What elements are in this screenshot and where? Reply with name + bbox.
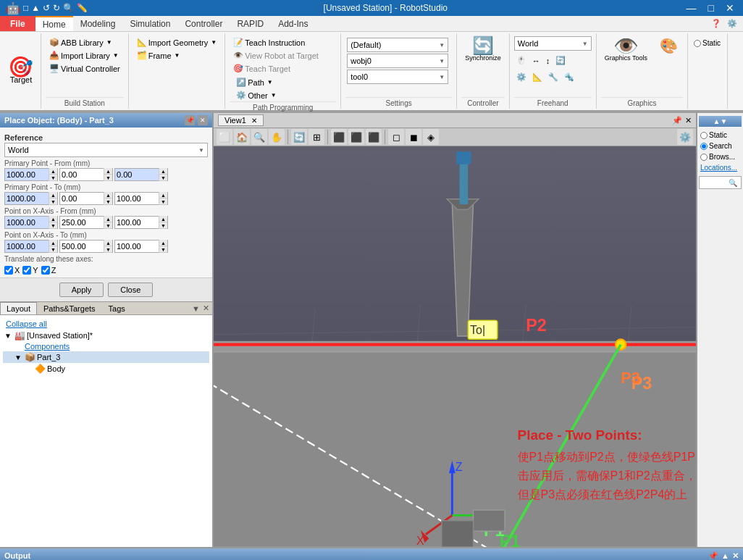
z-check-input[interactable] — [41, 266, 50, 275]
view-toolbar-shaded[interactable]: ◼ — [406, 129, 421, 145]
view-toolbar-wire[interactable]: ◻ — [388, 129, 404, 145]
freehand-btn4[interactable]: 🔄 — [553, 54, 568, 67]
primary-to-x-input[interactable]: 1000.00 ▲▼ — [4, 192, 58, 205]
path-btn[interactable]: ↗️ Path ▼ — [232, 76, 280, 88]
settings-icon[interactable]: ⚙️ — [724, 19, 740, 28]
search-radio-option[interactable]: Search — [699, 141, 742, 151]
output-up-btn[interactable]: ▲ — [721, 551, 729, 561]
panel-pin-btn[interactable]: 📌 — [185, 115, 195, 125]
virtual-controller-btn[interactable]: 🖥️ Virtual Controller — [46, 62, 124, 75]
xaxis-to-z-spinner[interactable]: ▲▼ — [159, 240, 167, 253]
viewport-pin-btn[interactable]: 📌 — [672, 116, 682, 125]
output-close-btn[interactable]: ✕ — [732, 551, 739, 561]
xaxis-from-z-field[interactable]: 100.00 — [115, 217, 159, 228]
components-item[interactable]: Components — [3, 341, 209, 351]
freehand-btn3[interactable]: ↕️ — [544, 54, 553, 67]
view1-tab[interactable]: View1 ✕ — [218, 114, 264, 126]
xaxis-to-y-field[interactable]: 500.00 — [60, 241, 104, 252]
xaxis-from-z-input[interactable]: 100.00 ▲▼ — [114, 216, 168, 229]
rapid-menu[interactable]: RAPID — [230, 16, 271, 31]
wobj0-dropdown[interactable]: wobj0 — [347, 54, 448, 68]
minimize-btn[interactable]: — — [684, 2, 700, 14]
x-checkbox[interactable]: X — [4, 266, 20, 275]
xaxis-to-z-input[interactable]: 100.00 ▲▼ — [114, 240, 168, 253]
freehand-btn2[interactable]: ↔️ — [530, 54, 542, 67]
view-toolbar-settings[interactable]: ⚙️ — [677, 129, 693, 145]
view-toolbar-zoom[interactable]: 🔍 — [251, 129, 267, 145]
layout-tab[interactable]: Layout — [0, 302, 37, 314]
view-toolbar-home[interactable]: 🏠 — [234, 129, 250, 145]
browse-radio-option[interactable]: Brows... — [699, 151, 742, 162]
primary-from-x-spinner[interactable]: ▲▼ — [49, 168, 57, 181]
import-geometry-btn[interactable]: 📐 Import Geometry ▼ — [133, 36, 220, 49]
primary-to-x-spinner[interactable]: ▲▼ — [49, 192, 57, 205]
search-rp-radio[interactable] — [700, 143, 708, 150]
close-btn[interactable]: ✕ — [723, 2, 737, 14]
controller-menu[interactable]: Controller — [177, 16, 230, 31]
panel-close-btn[interactable]: ✕ — [198, 115, 208, 125]
xaxis-to-z-field[interactable]: 100.00 — [115, 241, 159, 252]
y-check-input[interactable] — [22, 266, 31, 275]
xaxis-to-x-spinner[interactable]: ▲▼ — [49, 240, 57, 253]
static-rp-radio[interactable] — [700, 132, 708, 139]
apply-button[interactable]: Apply — [59, 283, 104, 297]
xaxis-from-x-spinner[interactable]: ▲▼ — [49, 216, 57, 229]
graphics-extra-btn[interactable]: 🎨 — [654, 35, 683, 57]
close-button[interactable]: Close — [108, 283, 153, 297]
view-toolbar-fit[interactable]: ⊞ — [308, 129, 324, 145]
import-library-btn[interactable]: 📥 Import Library ▼ — [46, 49, 122, 62]
teach-instruction-btn[interactable]: 📝 Teach Instruction — [230, 36, 308, 49]
xaxis-from-x-field[interactable]: 1000.00 — [5, 217, 49, 228]
tree-panel-menu-btn[interactable]: ▼ — [192, 304, 200, 313]
teach-target-btn[interactable]: 🎯 Teach Target — [230, 62, 294, 75]
primary-from-z-input[interactable]: 0.00 ▲▼ — [114, 168, 168, 181]
maximize-btn[interactable]: □ — [705, 2, 717, 14]
xaxis-from-y-field[interactable]: 250.00 — [60, 217, 104, 228]
xaxis-from-x-input[interactable]: 1000.00 ▲▼ — [4, 216, 58, 229]
freehand-btn5[interactable]: ⚙️ — [514, 70, 529, 84]
xaxis-from-z-spinner[interactable]: ▲▼ — [159, 216, 167, 229]
freehand-btn1[interactable]: 🖱️ — [514, 54, 529, 67]
primary-to-y-input[interactable]: 0.00 ▲▼ — [59, 192, 113, 205]
home-menu[interactable]: Home — [35, 16, 73, 31]
view-toolbar-top[interactable]: ⬛ — [348, 129, 364, 145]
primary-to-z-field[interactable]: 100.00 — [115, 193, 159, 204]
freehand-btn8[interactable]: 🔩 — [562, 70, 576, 84]
primary-from-z-spinner[interactable]: ▲▼ — [159, 168, 167, 181]
search-mini-icon[interactable]: 🔍 — [727, 179, 739, 187]
primary-to-z-input[interactable]: 100.00 ▲▼ — [114, 192, 168, 205]
tool0-dropdown[interactable]: tool0 — [347, 70, 448, 84]
primary-to-y-spinner[interactable]: ▲▼ — [104, 192, 112, 205]
view-toolbar-edge[interactable]: ◈ — [423, 129, 439, 145]
collapse-all-link[interactable]: Collapse all — [3, 318, 209, 330]
xaxis-to-x-field[interactable]: 1000.00 — [5, 241, 49, 252]
output-pin-btn[interactable]: 📌 — [708, 551, 718, 561]
reference-dropdown[interactable]: World — [4, 143, 208, 157]
primary-to-z-spinner[interactable]: ▲▼ — [159, 192, 167, 205]
target-button[interactable]: 🎯 Target — [7, 54, 36, 88]
browse-rp-radio[interactable] — [700, 154, 708, 161]
tags-tab[interactable]: Tags — [102, 302, 132, 314]
x-check-input[interactable] — [4, 266, 13, 275]
view-toolbar-side[interactable]: ⬛ — [366, 129, 382, 145]
graphics-tools-btn[interactable]: 👁️ Graphics Tools — [601, 35, 651, 64]
locations-link[interactable]: Locations... — [699, 162, 742, 173]
y-checkbox[interactable]: Y — [22, 266, 38, 275]
simulation-menu[interactable]: Simulation — [122, 16, 177, 31]
add-ins-menu[interactable]: Add-Ins — [271, 16, 315, 31]
window-controls[interactable]: — □ ✕ — [684, 2, 737, 14]
static-radio-option[interactable]: Static — [699, 130, 742, 141]
station-item[interactable]: ▼ 🏭 [Unsaved Station]* — [3, 330, 209, 341]
primary-from-y-input[interactable]: 0.00 ▲▼ — [59, 168, 113, 181]
search-box-mini[interactable]: 🔍 — [699, 176, 742, 189]
static-radio[interactable] — [694, 40, 701, 47]
help-icon[interactable]: ❓ — [708, 19, 724, 28]
freehand-btn6[interactable]: 📐 — [530, 70, 545, 84]
world-dropdown[interactable]: World — [514, 36, 592, 51]
view-toolbar-pan[interactable]: ✋ — [269, 129, 285, 145]
primary-to-x-field[interactable]: 1000.00 — [5, 193, 49, 204]
primary-from-x-input[interactable]: 1000.00 ▲▼ — [4, 168, 58, 181]
xaxis-to-y-input[interactable]: 500.00 ▲▼ — [59, 240, 113, 253]
xaxis-from-y-spinner[interactable]: ▲▼ — [104, 216, 112, 229]
primary-from-y-field[interactable]: 0.00 — [60, 169, 104, 180]
